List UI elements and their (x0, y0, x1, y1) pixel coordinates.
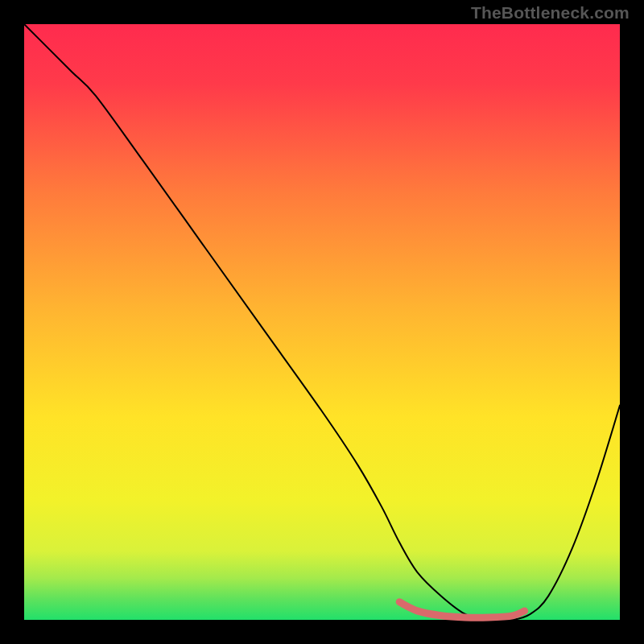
bottleneck-chart (0, 0, 644, 644)
svg-rect-0 (24, 24, 620, 620)
chart-frame: TheBottleneck.com (0, 0, 644, 644)
watermark-text: TheBottleneck.com (471, 3, 630, 23)
